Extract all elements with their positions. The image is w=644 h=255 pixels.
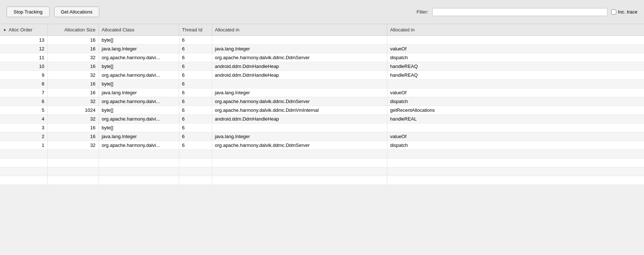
cell-alloc_class: org.apache.harmony.dalvi... xyxy=(99,53,179,62)
table-row[interactable]: 316byte[]6 xyxy=(0,123,644,132)
cell-alloc_class: org.apache.harmony.dalvi... xyxy=(99,115,179,123)
cell-alloc_size: 16 xyxy=(47,36,99,45)
cell-alloc_order: 3 xyxy=(0,123,47,132)
cell-alloc_size: 16 xyxy=(47,62,99,71)
col-header-alloc-order[interactable]: ▼ Alloc Order xyxy=(0,24,47,36)
cell-alloc_size: 32 xyxy=(47,71,99,80)
cell-thread_id: 6 xyxy=(179,97,212,106)
cell-empty xyxy=(47,159,99,167)
cell-alloc_order: 6 xyxy=(0,97,47,106)
table-row[interactable]: 1016byte[]6android.ddm.DdmHandleHeaphand… xyxy=(0,62,644,71)
cell-alloc_in1 xyxy=(212,80,387,88)
cell-empty xyxy=(179,176,212,185)
table-row[interactable]: 51024byte[]6org.apache.harmony.dalvik.dd… xyxy=(0,106,644,115)
table-row[interactable]: 1216java.lang.Integer6java.lang.Integerv… xyxy=(0,45,644,53)
cell-empty xyxy=(0,150,47,159)
table-row[interactable]: 216java.lang.Integer6java.lang.Integerva… xyxy=(0,132,644,141)
cell-empty xyxy=(387,150,644,159)
cell-empty xyxy=(212,176,387,185)
col-header-thread-id[interactable]: Thread Id xyxy=(179,24,212,36)
cell-thread_id: 6 xyxy=(179,53,212,62)
table-row[interactable]: 632org.apache.harmony.dalvi...6org.apach… xyxy=(0,97,644,106)
table-row[interactable]: 1132org.apache.harmony.dalvi...6org.apac… xyxy=(0,53,644,62)
cell-alloc_class: java.lang.Integer xyxy=(99,45,179,53)
cell-alloc_in2: dispatch xyxy=(387,141,644,150)
cell-empty xyxy=(99,159,179,167)
cell-empty xyxy=(387,176,644,185)
filter-input[interactable] xyxy=(432,8,607,16)
cell-alloc_in2: getRecentAllocations xyxy=(387,106,644,115)
cell-alloc_class: org.apache.harmony.dalvi... xyxy=(99,141,179,150)
cell-empty xyxy=(47,167,99,176)
cell-alloc_order: 7 xyxy=(0,88,47,97)
cell-alloc_in1: android.ddm.DdmHandleHeap xyxy=(212,62,387,71)
col-header-alloc-in2[interactable]: Allocated in xyxy=(387,24,644,36)
table-row[interactable]: 432org.apache.harmony.dalvi...6android.d… xyxy=(0,115,644,123)
cell-alloc_size: 32 xyxy=(47,141,99,150)
cell-empty xyxy=(179,167,212,176)
toolbar: Stop Tracking Get Allocations Filter: In… xyxy=(0,0,644,24)
cell-thread_id: 6 xyxy=(179,132,212,141)
cell-alloc_order: 13 xyxy=(0,36,47,45)
table-row[interactable]: 132org.apache.harmony.dalvi...6org.apach… xyxy=(0,141,644,150)
cell-alloc_size: 1024 xyxy=(47,106,99,115)
toolbar-left: Stop Tracking Get Allocations xyxy=(7,7,99,17)
cell-empty xyxy=(212,150,387,159)
cell-alloc_class: java.lang.Integer xyxy=(99,88,179,97)
sort-indicator: ▼ xyxy=(3,28,7,32)
cell-empty xyxy=(47,150,99,159)
cell-alloc_in2 xyxy=(387,80,644,88)
col-header-alloc-in1[interactable]: Allocated in xyxy=(212,24,387,36)
cell-thread_id: 6 xyxy=(179,80,212,88)
cell-empty xyxy=(212,167,387,176)
cell-empty xyxy=(0,167,47,176)
cell-alloc_in1 xyxy=(212,123,387,132)
cell-alloc_size: 32 xyxy=(47,115,99,123)
get-allocations-button[interactable]: Get Allocations xyxy=(54,7,100,17)
table-container: ▼ Alloc Order Allocation Size Allocated … xyxy=(0,24,644,185)
cell-empty xyxy=(179,159,212,167)
cell-alloc_size: 16 xyxy=(47,88,99,97)
cell-alloc_order: 8 xyxy=(0,80,47,88)
inc-trace-label: Inc. trace xyxy=(618,9,637,15)
cell-empty xyxy=(0,176,47,185)
cell-alloc_order: 2 xyxy=(0,132,47,141)
inc-trace-checkbox[interactable] xyxy=(611,9,616,15)
cell-alloc_order: 10 xyxy=(0,62,47,71)
cell-alloc_in1: android.ddm.DdmHandleHeap xyxy=(212,115,387,123)
cell-alloc_in2 xyxy=(387,36,644,45)
cell-alloc_class: byte[] xyxy=(99,62,179,71)
table-row[interactable]: 1316byte[]6 xyxy=(0,36,644,45)
table-row[interactable]: 932org.apache.harmony.dalvi...6android.d… xyxy=(0,71,644,80)
table-row[interactable]: 716java.lang.Integer6java.lang.Integerva… xyxy=(0,88,644,97)
cell-alloc_order: 12 xyxy=(0,45,47,53)
cell-alloc_in2: handleREAQ xyxy=(387,62,644,71)
cell-empty xyxy=(99,167,179,176)
table-row[interactable]: 816byte[]6 xyxy=(0,80,644,88)
cell-alloc_in1 xyxy=(212,36,387,45)
stop-tracking-button[interactable]: Stop Tracking xyxy=(7,7,50,17)
col-header-alloc-class[interactable]: Allocated Class xyxy=(99,24,179,36)
table-row-empty xyxy=(0,150,644,159)
cell-alloc_in1: org.apache.harmony.dalvik.ddmc.DdmServer xyxy=(212,53,387,62)
cell-empty xyxy=(0,159,47,167)
cell-alloc_size: 32 xyxy=(47,97,99,106)
cell-alloc_order: 1 xyxy=(0,141,47,150)
allocations-table: ▼ Alloc Order Allocation Size Allocated … xyxy=(0,24,644,185)
cell-alloc_in1: android.ddm.DdmHandleHeap xyxy=(212,71,387,80)
cell-thread_id: 6 xyxy=(179,36,212,45)
cell-alloc_in2: handleREAL xyxy=(387,115,644,123)
cell-alloc_in2: dispatch xyxy=(387,97,644,106)
cell-alloc_in2: valueOf xyxy=(387,88,644,97)
cell-thread_id: 6 xyxy=(179,115,212,123)
cell-alloc_class: org.apache.harmony.dalvi... xyxy=(99,97,179,106)
cell-alloc_in2: valueOf xyxy=(387,45,644,53)
col-header-alloc-size[interactable]: Allocation Size xyxy=(47,24,99,36)
cell-alloc_class: java.lang.Integer xyxy=(99,132,179,141)
cell-empty xyxy=(212,159,387,167)
cell-empty xyxy=(99,176,179,185)
cell-alloc_in2: dispatch xyxy=(387,53,644,62)
cell-alloc_in1: java.lang.Integer xyxy=(212,45,387,53)
cell-empty xyxy=(387,159,644,167)
cell-empty xyxy=(387,167,644,176)
